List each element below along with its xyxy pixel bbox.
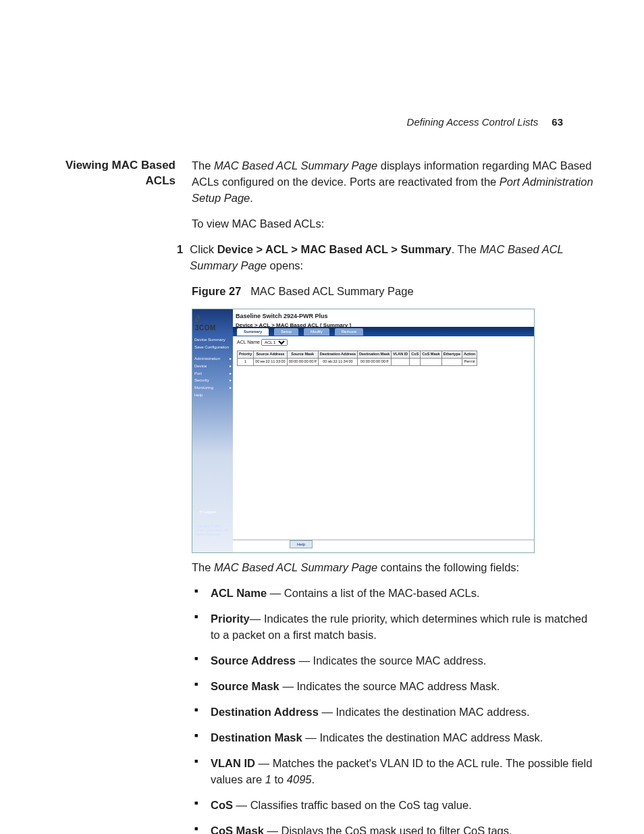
- tab-summary[interactable]: Summary: [237, 328, 269, 336]
- sidebar-item[interactable]: Device Summary: [194, 336, 232, 344]
- sidebar-nav: Device Summary Save Configuration Admini…: [194, 336, 232, 398]
- page-number: 63: [552, 116, 563, 128]
- table-header-row: Priority Source Address Source Mask Dest…: [238, 350, 477, 358]
- figure-caption: Figure 27 MAC Based ACL Summary Page: [192, 284, 597, 300]
- list-item: Source Address — Indicates the source MA…: [192, 653, 597, 669]
- screenshot-main: Baseline Switch 2924-PWR Plus Device > A…: [233, 309, 534, 552]
- section-title: Defining Access Control Lists: [407, 116, 549, 128]
- running-header: Defining Access Control Lists 63: [407, 116, 563, 128]
- sidebar-item[interactable]: Device: [194, 363, 232, 370]
- step-number: 1: [174, 242, 183, 274]
- logout-link[interactable]: ⟲ Logout: [199, 509, 216, 515]
- tab-remove[interactable]: Remove: [335, 328, 363, 336]
- acl-table: Priority Source Address Source Mask Dest…: [237, 350, 477, 366]
- figure-screenshot: ∂ 3COM Device Summary Save Configuration…: [192, 309, 535, 553]
- tab-modify[interactable]: Modify: [304, 328, 329, 336]
- brand-logo: ∂ 3COM: [195, 313, 216, 331]
- main-content: The MAC Based ACL Summary Page displays …: [192, 158, 597, 834]
- sidebar-item[interactable]: Monitoring: [194, 384, 232, 392]
- side-heading: Viewing MAC Based ACLs: [47, 158, 176, 834]
- acl-name-select[interactable]: ACL 1: [261, 339, 288, 346]
- list-item: Destination Mask — Indicates the destina…: [192, 730, 597, 746]
- screenshot-header: Baseline Switch 2924-PWR Plus Device > A…: [236, 312, 351, 329]
- list-item: Source Mask — Indicates the source MAC a…: [192, 679, 597, 695]
- tab-bar: Summary Setup Modify Remove: [233, 327, 534, 336]
- acl-selector-row: ACL Name ACL 1: [237, 339, 530, 346]
- table-row: 1 00:ee:22:11:33:00 00:00:00:00:00:ff 00…: [238, 358, 477, 365]
- sidebar-item[interactable]: Help: [194, 392, 232, 399]
- list-item: Priority— Indicates the rule priority, w…: [192, 611, 597, 644]
- screenshot-sidebar: ∂ 3COM Device Summary Save Configuration…: [192, 309, 233, 552]
- list-item: ACL Name — Contains a list of the MAC-ba…: [192, 585, 597, 602]
- list-item: VLAN ID — Matches the packet's VLAN ID t…: [192, 756, 597, 788]
- intro-paragraph: The MAC Based ACL Summary Page displays …: [192, 158, 597, 207]
- lead-in: To view MAC Based ACLs:: [192, 216, 597, 232]
- divider: [233, 540, 534, 540]
- page: Defining Access Control Lists 63 Viewing…: [0, 0, 644, 834]
- sidebar-item[interactable]: Port: [194, 370, 232, 377]
- swirl-icon: ∂: [195, 313, 200, 323]
- sidebar-item[interactable]: Save Configuration: [194, 344, 232, 351]
- list-item: Destination Address — Indicates the dest…: [192, 704, 597, 721]
- help-button[interactable]: Help: [290, 540, 313, 549]
- sidebar-item[interactable]: Security: [194, 377, 232, 384]
- list-item: CoS — Classifies traffic based on the Co…: [192, 798, 597, 814]
- step-1: 1 Click Device > ACL > MAC Based ACL > S…: [192, 242, 597, 274]
- sidebar-item[interactable]: Administration: [194, 355, 232, 363]
- copyright: Copyright © 2007 3Com Corporation. All R…: [195, 524, 230, 536]
- fields-intro: The MAC Based ACL Summary Page contains …: [192, 560, 597, 576]
- tab-setup[interactable]: Setup: [274, 328, 298, 336]
- list-item: CoS Mask — Displays the CoS mask used to…: [192, 823, 597, 834]
- field-list: ACL Name — Contains a list of the MAC-ba…: [192, 585, 597, 834]
